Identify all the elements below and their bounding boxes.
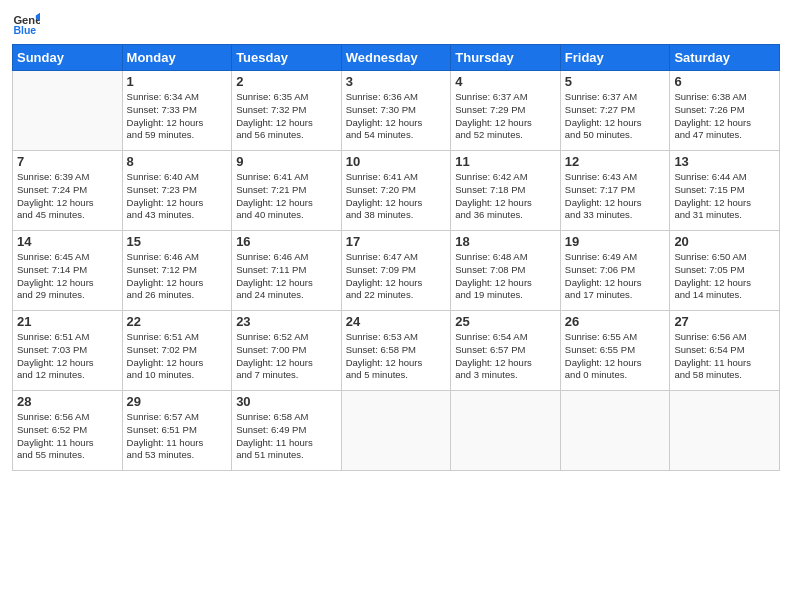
calendar-cell: 5Sunrise: 6:37 AMSunset: 7:27 PMDaylight… — [560, 71, 670, 151]
day-info: Sunrise: 6:36 AMSunset: 7:30 PMDaylight:… — [346, 91, 447, 142]
day-info: Sunrise: 6:40 AMSunset: 7:23 PMDaylight:… — [127, 171, 228, 222]
day-info: Sunrise: 6:41 AMSunset: 7:20 PMDaylight:… — [346, 171, 447, 222]
day-info: Sunrise: 6:58 AMSunset: 6:49 PMDaylight:… — [236, 411, 337, 462]
day-info: Sunrise: 6:49 AMSunset: 7:06 PMDaylight:… — [565, 251, 666, 302]
weekday-header-thursday: Thursday — [451, 45, 561, 71]
day-number: 21 — [17, 314, 118, 329]
calendar-cell: 15Sunrise: 6:46 AMSunset: 7:12 PMDayligh… — [122, 231, 232, 311]
day-info: Sunrise: 6:52 AMSunset: 7:00 PMDaylight:… — [236, 331, 337, 382]
logo-icon: General Blue — [12, 10, 40, 38]
calendar-week-5: 28Sunrise: 6:56 AMSunset: 6:52 PMDayligh… — [13, 391, 780, 471]
weekday-header-friday: Friday — [560, 45, 670, 71]
day-number: 25 — [455, 314, 556, 329]
calendar-cell: 25Sunrise: 6:54 AMSunset: 6:57 PMDayligh… — [451, 311, 561, 391]
day-number: 14 — [17, 234, 118, 249]
svg-text:Blue: Blue — [13, 24, 36, 36]
weekday-header-monday: Monday — [122, 45, 232, 71]
weekday-header-sunday: Sunday — [13, 45, 123, 71]
day-info: Sunrise: 6:35 AMSunset: 7:32 PMDaylight:… — [236, 91, 337, 142]
calendar-cell — [670, 391, 780, 471]
page-header: General Blue — [12, 10, 780, 38]
calendar-cell: 13Sunrise: 6:44 AMSunset: 7:15 PMDayligh… — [670, 151, 780, 231]
day-number: 11 — [455, 154, 556, 169]
day-info: Sunrise: 6:48 AMSunset: 7:08 PMDaylight:… — [455, 251, 556, 302]
calendar-cell: 1Sunrise: 6:34 AMSunset: 7:33 PMDaylight… — [122, 71, 232, 151]
day-number: 30 — [236, 394, 337, 409]
calendar-cell: 6Sunrise: 6:38 AMSunset: 7:26 PMDaylight… — [670, 71, 780, 151]
day-number: 15 — [127, 234, 228, 249]
day-info: Sunrise: 6:42 AMSunset: 7:18 PMDaylight:… — [455, 171, 556, 222]
day-info: Sunrise: 6:41 AMSunset: 7:21 PMDaylight:… — [236, 171, 337, 222]
day-number: 4 — [455, 74, 556, 89]
calendar-cell: 16Sunrise: 6:46 AMSunset: 7:11 PMDayligh… — [232, 231, 342, 311]
day-info: Sunrise: 6:53 AMSunset: 6:58 PMDaylight:… — [346, 331, 447, 382]
calendar-cell — [13, 71, 123, 151]
day-number: 19 — [565, 234, 666, 249]
day-info: Sunrise: 6:51 AMSunset: 7:03 PMDaylight:… — [17, 331, 118, 382]
day-number: 24 — [346, 314, 447, 329]
day-info: Sunrise: 6:55 AMSunset: 6:55 PMDaylight:… — [565, 331, 666, 382]
day-info: Sunrise: 6:43 AMSunset: 7:17 PMDaylight:… — [565, 171, 666, 222]
calendar-cell — [560, 391, 670, 471]
day-info: Sunrise: 6:54 AMSunset: 6:57 PMDaylight:… — [455, 331, 556, 382]
day-number: 1 — [127, 74, 228, 89]
day-info: Sunrise: 6:50 AMSunset: 7:05 PMDaylight:… — [674, 251, 775, 302]
day-number: 3 — [346, 74, 447, 89]
day-number: 29 — [127, 394, 228, 409]
day-number: 17 — [346, 234, 447, 249]
calendar-cell: 21Sunrise: 6:51 AMSunset: 7:03 PMDayligh… — [13, 311, 123, 391]
day-info: Sunrise: 6:39 AMSunset: 7:24 PMDaylight:… — [17, 171, 118, 222]
calendar-cell: 4Sunrise: 6:37 AMSunset: 7:29 PMDaylight… — [451, 71, 561, 151]
day-number: 5 — [565, 74, 666, 89]
day-number: 20 — [674, 234, 775, 249]
calendar-header: SundayMondayTuesdayWednesdayThursdayFrid… — [13, 45, 780, 71]
calendar-cell: 18Sunrise: 6:48 AMSunset: 7:08 PMDayligh… — [451, 231, 561, 311]
day-number: 22 — [127, 314, 228, 329]
day-info: Sunrise: 6:44 AMSunset: 7:15 PMDaylight:… — [674, 171, 775, 222]
calendar-cell — [341, 391, 451, 471]
calendar-cell: 9Sunrise: 6:41 AMSunset: 7:21 PMDaylight… — [232, 151, 342, 231]
day-info: Sunrise: 6:34 AMSunset: 7:33 PMDaylight:… — [127, 91, 228, 142]
weekday-header-tuesday: Tuesday — [232, 45, 342, 71]
calendar-cell: 12Sunrise: 6:43 AMSunset: 7:17 PMDayligh… — [560, 151, 670, 231]
calendar-week-3: 14Sunrise: 6:45 AMSunset: 7:14 PMDayligh… — [13, 231, 780, 311]
calendar-cell: 8Sunrise: 6:40 AMSunset: 7:23 PMDaylight… — [122, 151, 232, 231]
day-number: 13 — [674, 154, 775, 169]
day-number: 7 — [17, 154, 118, 169]
day-number: 6 — [674, 74, 775, 89]
calendar-cell: 7Sunrise: 6:39 AMSunset: 7:24 PMDaylight… — [13, 151, 123, 231]
calendar-week-1: 1Sunrise: 6:34 AMSunset: 7:33 PMDaylight… — [13, 71, 780, 151]
weekday-header-saturday: Saturday — [670, 45, 780, 71]
day-info: Sunrise: 6:51 AMSunset: 7:02 PMDaylight:… — [127, 331, 228, 382]
weekday-header-wednesday: Wednesday — [341, 45, 451, 71]
calendar-cell: 19Sunrise: 6:49 AMSunset: 7:06 PMDayligh… — [560, 231, 670, 311]
day-info: Sunrise: 6:37 AMSunset: 7:27 PMDaylight:… — [565, 91, 666, 142]
day-number: 12 — [565, 154, 666, 169]
day-number: 10 — [346, 154, 447, 169]
day-info: Sunrise: 6:38 AMSunset: 7:26 PMDaylight:… — [674, 91, 775, 142]
day-info: Sunrise: 6:46 AMSunset: 7:11 PMDaylight:… — [236, 251, 337, 302]
day-number: 8 — [127, 154, 228, 169]
calendar-table: SundayMondayTuesdayWednesdayThursdayFrid… — [12, 44, 780, 471]
calendar-cell: 26Sunrise: 6:55 AMSunset: 6:55 PMDayligh… — [560, 311, 670, 391]
day-number: 16 — [236, 234, 337, 249]
calendar-cell: 17Sunrise: 6:47 AMSunset: 7:09 PMDayligh… — [341, 231, 451, 311]
calendar-week-4: 21Sunrise: 6:51 AMSunset: 7:03 PMDayligh… — [13, 311, 780, 391]
day-info: Sunrise: 6:56 AMSunset: 6:52 PMDaylight:… — [17, 411, 118, 462]
calendar-cell: 10Sunrise: 6:41 AMSunset: 7:20 PMDayligh… — [341, 151, 451, 231]
calendar-week-2: 7Sunrise: 6:39 AMSunset: 7:24 PMDaylight… — [13, 151, 780, 231]
day-info: Sunrise: 6:47 AMSunset: 7:09 PMDaylight:… — [346, 251, 447, 302]
calendar-cell: 22Sunrise: 6:51 AMSunset: 7:02 PMDayligh… — [122, 311, 232, 391]
calendar-cell: 20Sunrise: 6:50 AMSunset: 7:05 PMDayligh… — [670, 231, 780, 311]
day-info: Sunrise: 6:56 AMSunset: 6:54 PMDaylight:… — [674, 331, 775, 382]
day-number: 18 — [455, 234, 556, 249]
day-number: 27 — [674, 314, 775, 329]
day-info: Sunrise: 6:46 AMSunset: 7:12 PMDaylight:… — [127, 251, 228, 302]
calendar-cell — [451, 391, 561, 471]
day-info: Sunrise: 6:37 AMSunset: 7:29 PMDaylight:… — [455, 91, 556, 142]
calendar-cell: 30Sunrise: 6:58 AMSunset: 6:49 PMDayligh… — [232, 391, 342, 471]
day-number: 9 — [236, 154, 337, 169]
calendar-cell: 3Sunrise: 6:36 AMSunset: 7:30 PMDaylight… — [341, 71, 451, 151]
day-info: Sunrise: 6:57 AMSunset: 6:51 PMDaylight:… — [127, 411, 228, 462]
day-number: 23 — [236, 314, 337, 329]
